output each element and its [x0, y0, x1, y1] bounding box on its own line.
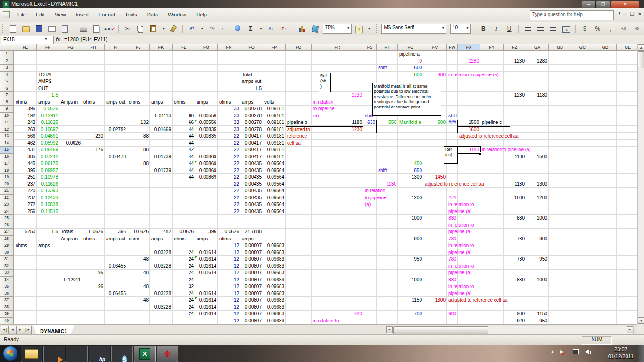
- cell-GA40[interactable]: 950: [526, 318, 549, 324]
- cell-FO23[interactable]: 0.00435: [240, 201, 263, 208]
- cell-GA31[interactable]: 950: [526, 256, 549, 263]
- cell-FO4[interactable]: Total: [240, 72, 252, 78]
- cell-FR11[interactable]: 1180: [312, 119, 363, 126]
- cell-FO32[interactable]: 0.00807: [240, 263, 263, 270]
- cell-FL15[interactable]: 42: [173, 147, 195, 153]
- row-header-15[interactable]: 15: [0, 147, 14, 154]
- workbook-minimize-icon[interactable]: ─: [621, 11, 628, 16]
- cell-FW32[interactable]: in relation to: [447, 263, 474, 270]
- cell-FE21[interactable]: 220: [14, 188, 37, 194]
- cell-FI36[interactable]: 0.06455: [105, 290, 127, 297]
- cell-FK18[interactable]: 0.01739: [150, 167, 173, 174]
- redo-icon[interactable]: ↷: [207, 24, 218, 34]
- cell-FW22[interactable]: ###: [447, 195, 458, 201]
- cell-FR40[interactable]: in relation to: [312, 318, 339, 324]
- chart-wizard-icon[interactable]: [297, 24, 308, 34]
- taskbar-media-player-button[interactable]: [43, 346, 65, 362]
- cell-FM18[interactable]: 0.00869: [195, 167, 218, 174]
- cell-FM13[interactable]: 0.00835: [195, 133, 218, 140]
- cell-FO37[interactable]: 0.00807: [240, 297, 263, 304]
- cell-FI28[interactable]: amps out: [105, 236, 125, 242]
- cell-FK32[interactable]: 0.03228: [150, 263, 173, 270]
- cell-FU39[interactable]: 700: [398, 311, 423, 317]
- row-header-17[interactable]: 17: [0, 160, 14, 167]
- column-header-FN[interactable]: FN: [218, 44, 240, 51]
- row-header-27[interactable]: 27: [0, 229, 14, 236]
- sort-ascending-icon[interactable]: A↓: [265, 24, 276, 34]
- scroll-down-icon[interactable]: ▼: [638, 317, 644, 324]
- cell-FZ40[interactable]: 920: [504, 318, 526, 324]
- menu-edit[interactable]: Edit: [32, 8, 49, 17]
- cell-FL17[interactable]: 44: [173, 160, 195, 167]
- cell-FP18[interactable]: 0.09564: [263, 167, 286, 174]
- column-header-FO[interactable]: FO: [240, 44, 263, 51]
- cell-FQ14[interactable]: cell aa: [286, 140, 301, 147]
- cell-FL28[interactable]: ohms: [173, 236, 185, 242]
- menu-view[interactable]: View: [50, 8, 70, 17]
- cell-FL8[interactable]: ohms: [173, 99, 185, 106]
- start-button[interactable]: [3, 346, 18, 361]
- cell-FE12[interactable]: 263: [14, 126, 37, 133]
- column-header-FE[interactable]: FE: [14, 44, 37, 51]
- cell-FK27[interactable]: 482: [150, 229, 173, 235]
- cell-FW39[interactable]: 980: [447, 311, 458, 317]
- cell-FP14[interactable]: 0.09181: [263, 140, 286, 147]
- cell-FZ16[interactable]: 1180: [504, 154, 526, 160]
- cell-FP34[interactable]: 0.09683: [263, 277, 286, 283]
- cell-FE8[interactable]: ohms: [14, 99, 27, 106]
- cell-FF24[interactable]: 0.11515: [37, 208, 59, 215]
- cell-FH8[interactable]: ohms: [82, 99, 95, 106]
- scroll-right-icon[interactable]: ►: [627, 326, 633, 333]
- maximize-button[interactable]: ❐: [596, 1, 610, 8]
- column-header-GE[interactable]: GE: [617, 44, 639, 51]
- paste-dropdown-icon[interactable]: ▼: [161, 24, 166, 34]
- horizontal-scroll-thumb[interactable]: [393, 326, 488, 334]
- row-header-4[interactable]: 4: [0, 72, 14, 79]
- taskbar-red-app-button[interactable]: ❉: [157, 346, 178, 362]
- menu-window[interactable]: Window: [164, 8, 190, 17]
- cell-FE15[interactable]: 431: [14, 147, 37, 153]
- cell-FN33[interactable]: 12: [218, 270, 240, 276]
- cell-FX11[interactable]: 1500: [458, 119, 480, 126]
- cell-FM19[interactable]: 0.00869: [195, 174, 218, 181]
- cell-FT11[interactable]: 550: [377, 119, 398, 126]
- cell-FK28[interactable]: amps: [150, 236, 163, 242]
- cell-FN18[interactable]: 22: [218, 167, 240, 174]
- cell-FP31[interactable]: 0.09683: [263, 256, 286, 263]
- selected-cell-outline[interactable]: [457, 146, 481, 154]
- cell-FP11[interactable]: 0.09181: [263, 119, 286, 126]
- cell-FG8[interactable]: Amps in: [59, 99, 78, 106]
- cell-FF9[interactable]: 0.0626: [37, 106, 59, 112]
- cell-FO5[interactable]: amps out: [240, 78, 261, 85]
- cell-FZ31[interactable]: 780: [504, 256, 526, 263]
- toolbar-options-icon[interactable]: ▼: [367, 24, 372, 34]
- row-header-12[interactable]: 12: [0, 126, 14, 133]
- copy-icon[interactable]: [135, 24, 146, 34]
- cell-FM31[interactable]: 0.01614: [195, 256, 218, 263]
- toolbar-grip[interactable]: [2, 24, 4, 33]
- cell-FW27[interactable]: pipeline (a): [447, 229, 471, 235]
- cell-FN11[interactable]: 33: [218, 119, 240, 126]
- cell-FN20[interactable]: 22: [218, 181, 240, 188]
- cell-FM32[interactable]: 0.01614: [195, 263, 218, 270]
- cell-FM11[interactable]: 0.00556: [195, 119, 218, 126]
- cell-FI16[interactable]: 0.03478: [105, 154, 127, 160]
- cell-FG34[interactable]: 0.12911: [59, 277, 82, 283]
- cell-FE16[interactable]: 385: [14, 154, 37, 160]
- row-header-38[interactable]: 38: [0, 304, 14, 311]
- drawing-icon[interactable]: [310, 24, 321, 34]
- help-dropdown-icon[interactable]: ▼: [618, 11, 621, 16]
- textbox-ref-bb[interactable]: Ref(bb): [319, 73, 331, 92]
- hyperlink-icon[interactable]: [232, 24, 243, 34]
- cell-FU25[interactable]: 1000: [398, 215, 423, 222]
- cell-FP13[interactable]: 0.09181: [263, 133, 286, 140]
- cell-FQ13[interactable]: reference: [286, 133, 307, 140]
- cell-FP33[interactable]: 0.09683: [263, 270, 286, 276]
- cell-FS22[interactable]: to pipeline: [363, 195, 387, 201]
- paste-icon[interactable]: [148, 24, 159, 34]
- cell-FQ12[interactable]: adjusted to: [286, 126, 310, 133]
- cell-FF7[interactable]: 1.5: [37, 92, 59, 99]
- menu-help[interactable]: Help: [192, 8, 211, 17]
- row-header-25[interactable]: 25: [0, 215, 14, 222]
- menu-format[interactable]: Format: [94, 8, 119, 17]
